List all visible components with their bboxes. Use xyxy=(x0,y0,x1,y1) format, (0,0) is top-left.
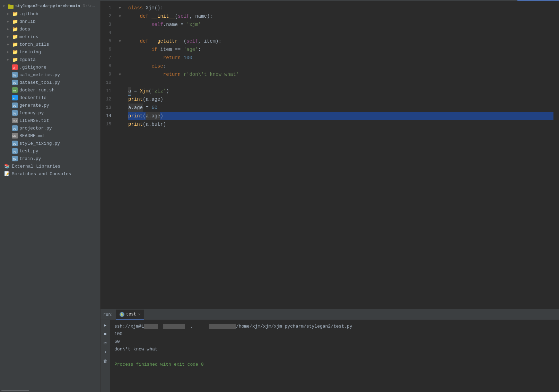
sidebar-item-docs[interactable]: ▶ 📁 docs xyxy=(0,25,100,33)
sidebar-item-docker-run[interactable]: ▶ sh docker_run.sh xyxy=(0,86,100,94)
tab-test[interactable]: 🐍 test ✕ xyxy=(116,310,144,320)
folder-icon: 📁 xyxy=(12,42,18,47)
sidebar-item-dnnlib[interactable]: ▶ 📁 dnnlib xyxy=(0,18,100,25)
sidebar-item-gitignore[interactable]: ▶ gi .gitignore xyxy=(0,63,100,71)
no-arrow: ▶ xyxy=(7,149,12,153)
rerun-button[interactable]: ⟳ xyxy=(102,339,109,347)
svg-text:MD: MD xyxy=(12,135,16,137)
line-num-3: 3 xyxy=(101,20,114,29)
sidebar-item-dockerfile[interactable]: ▶ 🐳 Dockerfile xyxy=(0,94,100,101)
scroll-end-button[interactable]: ⬇ xyxy=(102,348,109,356)
keyword-return2: return xyxy=(163,70,184,79)
line-num-12: 12 xyxy=(101,95,114,104)
project-sidebar: ▼ stylegan2-ada-pytorch-main D:\code\ ▶ … xyxy=(0,1,101,392)
terminal-line-exit: Process finished with exit code 0 xyxy=(114,361,555,368)
run-button[interactable]: ▶ xyxy=(102,321,109,329)
folder-icon: 📁 xyxy=(12,26,18,32)
no-arrow: ▶ xyxy=(7,118,12,123)
folder-arrow-icon: ▶ xyxy=(7,57,12,62)
sidebar-item-github[interactable]: ▶ 📁 .github xyxy=(0,10,100,18)
line-numbers-gutter: 1 2 3 4 5 6 7 8 9 10 11 12 13 14 15 xyxy=(101,1,117,309)
code-line-10 xyxy=(128,79,553,87)
tab-close-button[interactable]: ✕ xyxy=(138,312,141,317)
sidebar-item-label: LICENSE.txt xyxy=(19,118,49,123)
keyword-return: return xyxy=(163,54,184,62)
python-file-icon: py xyxy=(12,72,18,78)
line-num-7: 7 xyxy=(101,54,114,62)
progress-indicator xyxy=(517,0,559,1)
folder-icon: 📁 xyxy=(12,11,18,17)
no-arrow: ▶ xyxy=(7,73,12,77)
code-line-1: class Xjm(): xyxy=(128,4,553,12)
code-line-15: print(a.butr) xyxy=(128,120,553,128)
print-call3: print xyxy=(128,120,143,128)
sidebar-item-projector[interactable]: ▶ py projector.py xyxy=(0,124,100,132)
sidebar-item-style-mixing[interactable]: ▶ py style_mixing.py xyxy=(0,140,100,147)
sidebar-item-label: projector.py xyxy=(19,126,52,131)
fold-1[interactable]: ▼ xyxy=(117,4,123,12)
sidebar-root-item[interactable]: ▼ stylegan2-ada-pytorch-main D:\code\ xyxy=(0,2,100,10)
sidebar-item-readme[interactable]: ▶ MD README.md xyxy=(0,132,100,140)
no-arrow: ▶ xyxy=(7,126,12,130)
bottom-panel: run: 🐍 test ✕ ▶ ■ ⟳ ⬇ 🗑 ssh://xjm@1__. xyxy=(101,309,559,392)
root-arrow-icon: ▼ xyxy=(3,5,8,8)
sidebar-item-dataset-tool[interactable]: ▶ py dataset_tool.py xyxy=(0,79,100,86)
print-call: print xyxy=(128,95,143,104)
no-arrow: ▶ xyxy=(7,88,12,92)
svg-text:🐳: 🐳 xyxy=(12,97,16,100)
fold-2[interactable]: ▼ xyxy=(117,12,123,20)
fold-7 xyxy=(117,54,123,62)
sidebar-item-label: metrics xyxy=(19,34,38,39)
sidebar-item-scratches[interactable]: 📝 Scratches and Consoles xyxy=(0,170,100,178)
fold-10 xyxy=(117,79,123,87)
code-content[interactable]: class Xjm(): def __init__(self, name): s… xyxy=(123,1,559,309)
editor-area: 1 2 3 4 5 6 7 8 9 10 11 12 13 14 15 ▼ ▼ xyxy=(101,1,559,392)
svg-text:py: py xyxy=(13,112,16,115)
sidebar-item-label: legacy.py xyxy=(19,110,44,116)
sidebar-item-torch-utils[interactable]: ▶ 📁 torch_utils xyxy=(0,41,100,48)
code-editor[interactable]: 1 2 3 4 5 6 7 8 9 10 11 12 13 14 15 ▼ ▼ xyxy=(101,1,559,309)
str-zlz: 'zlz' xyxy=(151,87,166,95)
sidebar-item-metrics[interactable]: ▶ 📁 metrics xyxy=(0,33,100,41)
line-num-10: 10 xyxy=(101,79,114,87)
svg-text:TXT: TXT xyxy=(12,119,17,122)
sidebar-item-license[interactable]: ▶ TXT LICENSE.txt xyxy=(0,117,100,124)
code-line-8: else: xyxy=(128,62,553,70)
sidebar-item-label: .github xyxy=(19,11,38,17)
line-num-14: 14 xyxy=(101,112,114,120)
sidebar-item-train[interactable]: ▶ py train.py xyxy=(0,155,100,162)
no-arrow: ▶ xyxy=(7,157,12,161)
no-arrow: ▶ xyxy=(7,134,12,138)
line-num-9: 9 xyxy=(101,70,114,79)
terminal-line-60: 60 xyxy=(114,338,555,346)
sidebar-item-label: test.py xyxy=(19,149,38,154)
clear-button[interactable]: 🗑 xyxy=(102,357,109,365)
fold-3 xyxy=(117,20,123,29)
code-line-11: a = Xjm('zlz') xyxy=(128,87,553,95)
sidebar-item-legacy[interactable]: ▶ py legacy.py xyxy=(0,109,100,117)
sidebar-item-test[interactable]: ▶ py test.py xyxy=(0,147,100,155)
folder-icon: 📁 xyxy=(12,57,18,62)
sidebar-item-zgdata[interactable]: ▶ 📁 zgdata xyxy=(0,56,100,63)
sidebar-item-label: .gitignore xyxy=(19,65,46,70)
python-file-icon: py xyxy=(12,148,18,154)
line-num-5: 5 xyxy=(101,37,114,45)
sidebar-item-external-libraries[interactable]: 📚 External Libraries xyxy=(0,162,100,170)
code-line-13: a.age = 60 xyxy=(128,104,553,112)
var-a: a xyxy=(128,87,131,96)
sidebar-item-label: dnnlib xyxy=(19,19,36,24)
sidebar-item-calc-metrics[interactable]: ▶ py calc_metrics.py xyxy=(0,71,100,79)
var-a-age: a.age xyxy=(146,95,160,104)
svg-text:sh: sh xyxy=(13,89,16,92)
keyword-def: def xyxy=(140,37,152,45)
svg-text:py: py xyxy=(13,142,16,145)
stop-button[interactable]: ■ xyxy=(102,330,109,338)
svg-text:py: py xyxy=(13,150,16,153)
code-line-2: def __init__(self, name): xyxy=(128,12,553,20)
sidebar-item-training[interactable]: ▶ 📁 training xyxy=(0,48,100,56)
fold-5[interactable]: ▼ xyxy=(117,37,123,45)
sidebar-scrollbar[interactable] xyxy=(1,390,29,391)
line-num-6: 6 xyxy=(101,45,114,54)
fold-9[interactable]: ▼ xyxy=(117,70,123,79)
sidebar-item-generate[interactable]: ▶ py generate.py xyxy=(0,101,100,109)
